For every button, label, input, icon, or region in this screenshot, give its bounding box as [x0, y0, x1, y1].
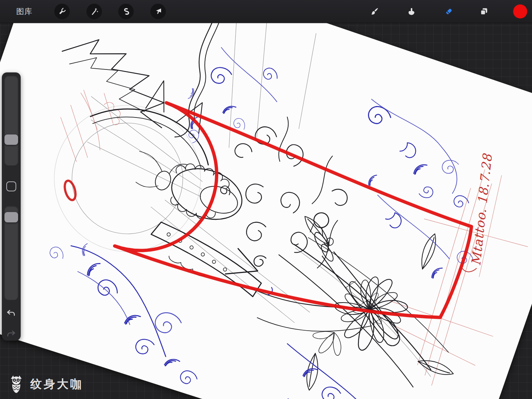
opacity-handle[interactable] [4, 212, 18, 222]
layers-icon [479, 7, 489, 16]
brush-button[interactable] [366, 3, 383, 20]
watermark: 纹身大咖 [8, 375, 83, 394]
modify-button[interactable] [6, 181, 16, 191]
smudge-button[interactable] [403, 3, 419, 20]
brush-icon [370, 7, 379, 16]
app-window: Mtattoo. 18.7.28 图库 [0, 0, 532, 399]
brush-sidebar [2, 72, 21, 341]
color-swatch [513, 4, 528, 19]
redo-button[interactable] [4, 326, 18, 341]
opacity-slider[interactable] [4, 206, 18, 300]
redo-icon [5, 329, 17, 338]
gallery-label: 图库 [16, 6, 33, 17]
selection-s-icon [122, 7, 130, 16]
transform-button[interactable] [150, 4, 166, 19]
undo-icon [5, 308, 17, 317]
magic-wand-icon [90, 7, 99, 16]
owl-logo-icon [8, 375, 24, 394]
wrench-icon [58, 7, 66, 16]
paper-sheet[interactable] [0, 0, 532, 399]
drawing-canvas[interactable]: Mtattoo. 18.7.28 [0, 0, 532, 399]
gallery-button[interactable]: 图库 [16, 0, 33, 23]
color-swatch-button[interactable] [512, 3, 528, 20]
transform-arrow-icon [154, 7, 163, 16]
actions-button[interactable] [54, 4, 70, 19]
brush-size-handle[interactable] [4, 134, 18, 145]
adjustments-button[interactable] [86, 4, 102, 19]
selection-button[interactable] [118, 4, 134, 19]
brand-name: 纹身大咖 [30, 376, 83, 392]
eraser-icon [444, 7, 454, 16]
eraser-button[interactable] [441, 3, 457, 20]
undo-button[interactable] [4, 306, 18, 320]
layers-button[interactable] [476, 3, 492, 20]
brush-size-slider[interactable] [4, 76, 18, 166]
smudge-finger-icon [406, 7, 416, 16]
top-toolbar: 图库 [0, 0, 532, 23]
